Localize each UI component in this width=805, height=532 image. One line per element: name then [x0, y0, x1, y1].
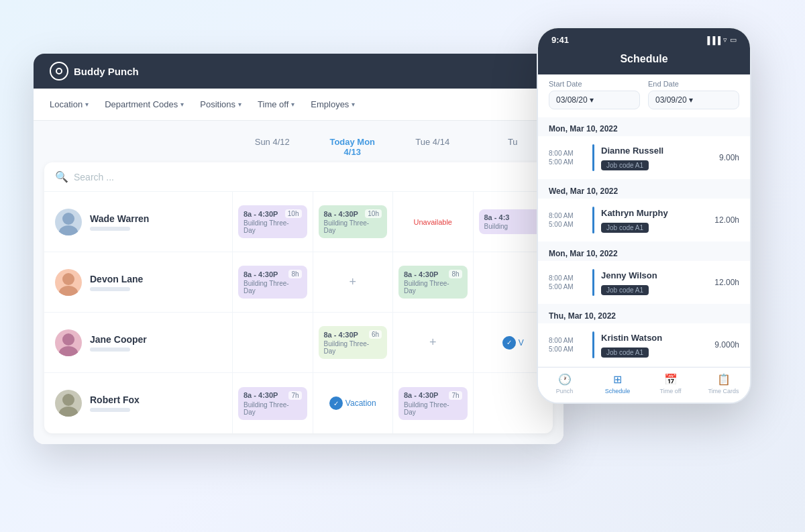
vacation-check-icon: ✓ [502, 336, 516, 350]
avatar [55, 209, 82, 235]
list-item: 8:00 AM 5:00 AM Dianne Russell Job code … [538, 136, 750, 179]
time-col: 8:00 AM 5:00 AM [549, 212, 586, 228]
avatar [55, 269, 82, 296]
timeoff-icon: 📅 [664, 373, 678, 386]
schedule-icon: ⊞ [613, 373, 622, 386]
schedule-grid: Sun 4/12 Today Mon 4/13 Tue 4/14 Tu 🔍 Se… [34, 121, 564, 444]
col-tue: Tue 4/14 [392, 131, 473, 162]
wifi-icon: ▿ [723, 36, 727, 44]
employee-info-wade: Wade Warren [90, 213, 149, 231]
mobile-bottom-nav: 🕐 Punch ⊞ Schedule 📅 Time off 📋 Time Car… [538, 367, 750, 403]
nav-item-department[interactable]: Department Codes ▾ [105, 99, 184, 109]
mobile-status-icons: ▐▐▐ ▿ ▭ [705, 36, 737, 44]
schedule-cell[interactable]: 8a - 4:30P 10h Building Three- Day [232, 192, 313, 252]
add-shift-icon[interactable]: + [429, 335, 437, 350]
role-bar [90, 287, 130, 291]
vacation-check-icon: ✓ [329, 396, 343, 410]
search-row: 🔍 Search ... [44, 162, 553, 192]
section-divider: Mon, Mar 10, 2022 [538, 242, 750, 261]
section-date: Mon, Mar 10, 2022 [549, 124, 739, 134]
employee-name: Jane Cooper [90, 334, 147, 345]
svg-point-3 [59, 286, 78, 296]
nav-item-positions[interactable]: Positions ▾ [200, 99, 241, 109]
time-bar [592, 144, 594, 171]
section-date: Mon, Mar 10, 2022 [549, 249, 739, 258]
col-sun: Sun 4/12 [232, 131, 313, 162]
employee-info-robert: Robert Fox [90, 394, 140, 412]
svg-point-5 [59, 346, 78, 356]
person-info: Kathryn Murphy Job code A1 [601, 208, 708, 233]
nav-tab-timeoff[interactable]: 📅 Time off [644, 373, 697, 394]
nav-item-timeoff[interactable]: Time off ▾ [258, 99, 294, 109]
employee-info-devon: Devon Lane [90, 274, 143, 291]
person-name: Kristin Watson [601, 333, 708, 343]
schedule-cell[interactable]: 8a - 4:30P 8h Building Three- Day [232, 252, 313, 312]
chevron-icon: ▾ [85, 101, 89, 108]
svg-point-7 [59, 407, 78, 417]
chevron-icon: ▾ [238, 101, 241, 108]
nav-bar: Location ▾ Department Codes ▾ Positions … [34, 89, 564, 121]
section-divider: Wed, Mar 10, 2022 [538, 180, 750, 199]
schedule-cell-plus[interactable]: + [392, 313, 473, 372]
chevron-icon: ▾ [352, 101, 355, 108]
employee-name: Robert Fox [90, 394, 140, 405]
nav-item-location[interactable]: Location ▾ [50, 99, 89, 109]
vacation-badge: ✓ V [502, 336, 524, 350]
app-header: Buddy Punch [34, 54, 564, 89]
hours-text: 9.000h [714, 340, 739, 350]
shift-card: 8a - 4:30P 7h Building Three- Day [238, 387, 307, 420]
schedule-cell-plus[interactable]: + [313, 252, 393, 312]
section-date: Wed, Mar 10, 2022 [549, 187, 739, 196]
schedule-cell[interactable]: 8a - 4:30P 7h Building Three- Day [392, 373, 473, 433]
nav-tab-schedule[interactable]: ⊞ Schedule [591, 373, 644, 394]
time-bar [592, 269, 594, 296]
end-date-value[interactable]: 03/09/20 ▾ [648, 91, 739, 109]
add-shift-icon[interactable]: + [349, 275, 356, 289]
shift-card: 8a - 4:30P 10h Building Three- Day [238, 205, 307, 238]
mobile-clock: 9:41 [551, 35, 569, 45]
person-name: Kathryn Murphy [601, 208, 708, 218]
battery-icon: ▭ [730, 36, 737, 44]
person-info: Jenny Wilson Job code A1 [601, 270, 708, 295]
nav-tab-timecards[interactable]: 📋 Time Cards [697, 373, 750, 394]
start-time: 8:00 AM [549, 337, 586, 344]
employee-cell-wade: Wade Warren [44, 192, 232, 252]
timeoff-label: Time off [659, 388, 681, 394]
punch-icon: 🕐 [558, 373, 572, 386]
hours-text: 9.00h [719, 153, 739, 162]
nav-item-employes[interactable]: Employes ▾ [311, 99, 355, 109]
job-code-badge: Job code A1 [601, 160, 649, 170]
time-col: 8:00 AM 5:00 AM [549, 150, 586, 166]
schedule-cell-unavailable: Unavailable [392, 192, 473, 252]
start-date-group: Start Date 03/08/20 ▾ [549, 80, 640, 109]
schedule-cell[interactable]: 8a - 4:30P 6h Building Three- Day [313, 313, 393, 372]
table-row: Wade Warren 8a - 4:30P 10h Building Thre… [44, 192, 553, 252]
timecards-icon: 📋 [717, 373, 731, 386]
shift-card: 8a - 4:30P 8h Building Three- Day [398, 266, 468, 299]
avatar [55, 329, 82, 356]
schedule-cell[interactable]: 8a - 4:30P 7h Building Three- Day [232, 373, 313, 433]
chevron-icon: ▾ [291, 101, 294, 108]
section-date: Thu, Mar 10, 2022 [549, 311, 739, 321]
schedule-label: Schedule [605, 388, 631, 394]
nav-tab-punch[interactable]: 🕐 Punch [538, 373, 591, 394]
time-bar [592, 331, 594, 358]
schedule-cell[interactable]: 8a - 4:30P 8h Building Three- Day [392, 252, 473, 312]
role-bar [90, 227, 130, 231]
end-date-label: End Date [648, 80, 739, 88]
end-time: 5:00 AM [549, 158, 586, 166]
search-input[interactable]: Search ... [74, 172, 114, 182]
start-time: 8:00 AM [549, 212, 586, 219]
person-info: Kristin Watson Job code A1 [601, 333, 708, 358]
start-date-value[interactable]: 03/08/20 ▾ [549, 91, 640, 109]
search-icon: 🔍 [55, 170, 68, 183]
employee-cell-devon: Devon Lane [44, 252, 232, 312]
hours-text: 12.00h [714, 215, 739, 225]
section-divider: Thu, Mar 10, 2022 [538, 305, 750, 323]
schedule-cell[interactable]: 8a - 4:30P 10h Building Three- Day [313, 192, 393, 252]
table-row: Devon Lane 8a - 4:30P 8h Building Three-… [44, 252, 553, 313]
table-row: Jane Cooper 8a - 4:30P 6h Building Three… [44, 313, 553, 373]
shift-card: 8a - 4:30P 6h Building Three- Day [319, 326, 388, 359]
avatar [55, 390, 82, 417]
list-item: 8:00 AM 5:00 AM Jenny Wilson Job code A1… [538, 261, 750, 304]
